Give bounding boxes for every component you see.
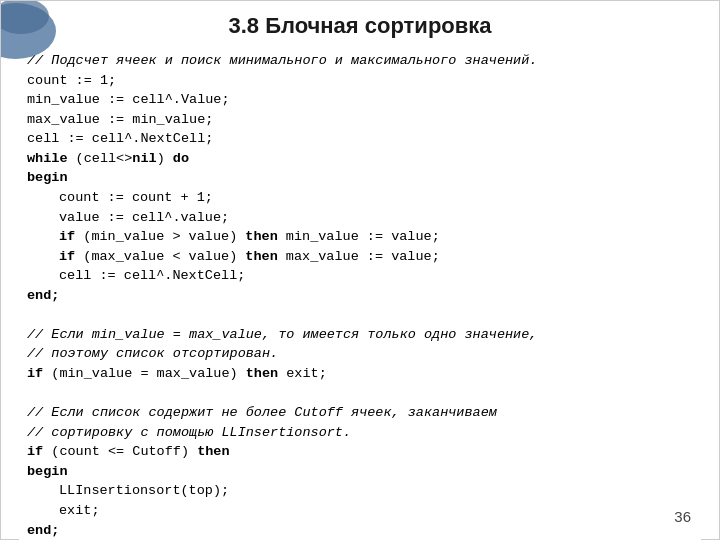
code-line-exit: exit; <box>27 501 693 521</box>
code-line-comment3: // поэтому список отсортирован. <box>27 344 693 364</box>
code-line-llinsert: LLInsertionsort(top); <box>27 481 693 501</box>
code-line-if1: if (min_value > value) then min_value :=… <box>27 227 693 247</box>
code-line-if-exit: if (min_value = max_value) then exit; <box>27 364 693 384</box>
code-line-count: count := count + 1; <box>27 188 693 208</box>
code-line-4: max_value := min_value; <box>27 110 693 130</box>
code-line-value: value := cell^.value; <box>27 208 693 228</box>
code-line-end1: end; <box>27 286 693 306</box>
code-line-comment5: // сортировку с помощью LLInsertionsort. <box>27 423 693 443</box>
code-line-3: min_value := cell^.Value; <box>27 90 693 110</box>
code-line-2: count := 1; <box>27 71 693 91</box>
code-line-nextcell: cell := cell^.NextCell; <box>27 266 693 286</box>
code-line-blank1 <box>27 305 693 325</box>
code-line-if-cutoff: if (count <= Cutoff) then <box>27 442 693 462</box>
code-line-comment2: // Если min_value = max_value, то имеетс… <box>27 325 693 345</box>
code-line-while: while (cell<>nil) do <box>27 149 693 169</box>
slide-title: 3.8 Блочная сортировка <box>1 1 719 47</box>
code-line-if2: if (max_value < value) then max_value :=… <box>27 247 693 267</box>
page-number: 36 <box>674 508 691 525</box>
code-line-comment4: // Если список содержит не более Cutoff … <box>27 403 693 423</box>
code-line-blank2 <box>27 384 693 404</box>
code-line-begin2: begin <box>27 462 693 482</box>
slide-container: 3.8 Блочная сортировка // Подсчет ячеек … <box>0 0 720 540</box>
code-area: // Подсчет ячеек и поиск минимального и … <box>19 47 701 540</box>
code-line-5: cell := cell^.NextCell; <box>27 129 693 149</box>
code-line-end2: end; <box>27 521 693 541</box>
code-line-1: // Подсчет ячеек и поиск минимального и … <box>27 51 693 71</box>
code-line-begin1: begin <box>27 168 693 188</box>
corner-decoration <box>1 1 91 61</box>
